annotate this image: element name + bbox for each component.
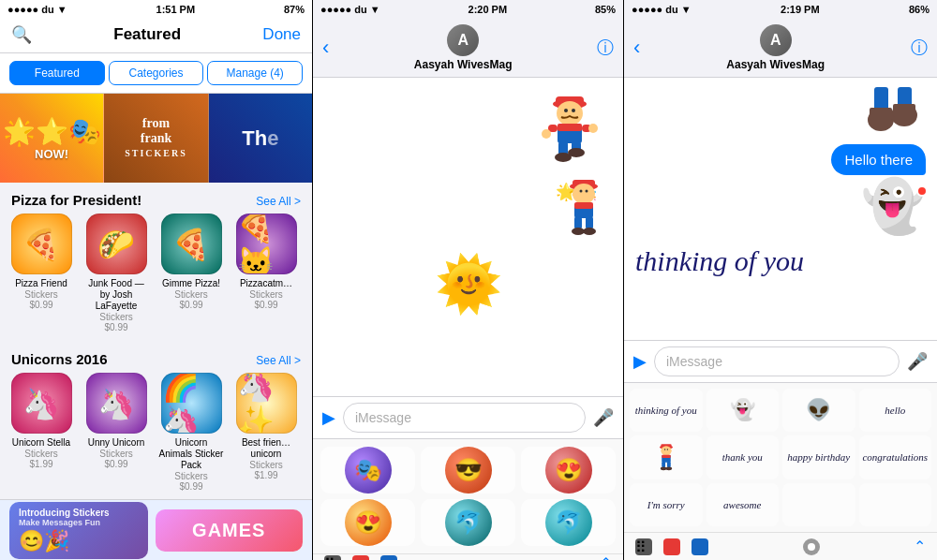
page-title: Featured	[113, 25, 181, 44]
sticker-cell-text-congrats: congratulations	[860, 449, 930, 464]
info-button-3[interactable]: ⓘ	[911, 37, 928, 59]
picker-sticker-3[interactable]: 😍	[521, 447, 616, 494]
picker-sticker-4[interactable]: 😍	[320, 499, 415, 546]
sticker-item[interactable]: 🌮 Junk Food — by Josh LaFayette Stickers…	[82, 214, 150, 332]
done-button[interactable]: Done	[262, 25, 301, 44]
sticker-cell-mario2[interactable]	[630, 435, 703, 479]
sticker-ball-5: 🐬	[445, 499, 492, 546]
picker-app-icon-2[interactable]	[352, 555, 369, 561]
back-button[interactable]: ‹	[322, 37, 329, 58]
sticker-cell-sorry[interactable]: I'm sorry	[630, 483, 703, 526]
back-button-3[interactable]: ‹	[633, 37, 640, 58]
sticker-item-unicorn2[interactable]: 🦄 Unny Unicorn Stickers $0.99	[82, 373, 150, 492]
handwriting-container: thinking of you	[635, 238, 926, 285]
sticker-name-pizza4: Pizzacatm…	[240, 278, 292, 289]
sticker-cell-thankyou[interactable]: thank you	[706, 435, 780, 479]
sticker-type-unicorn3: Stickers	[174, 471, 208, 481]
svg-rect-24	[586, 216, 593, 229]
footer-games[interactable]: GAMES	[156, 509, 304, 552]
sticker-price-pizza2: $0.99	[104, 322, 127, 332]
avatar-3: A	[760, 24, 792, 56]
picker-apps: ⠿	[324, 555, 397, 561]
see-all-pizza[interactable]: See All >	[256, 195, 301, 208]
picker-chevron-icon-3[interactable]: ⌃	[914, 538, 926, 555]
sticker-cell-congrats[interactable]: congratulations	[859, 435, 932, 479]
games-label: GAMES	[192, 520, 265, 541]
sticker-cell-birthday[interactable]: happy birthday	[782, 435, 855, 479]
contact-center-3: A Aasyah WivesMag	[726, 24, 825, 71]
avatar-2: A	[447, 24, 479, 56]
svg-rect-22	[574, 202, 593, 209]
imessage-input-2[interactable]: iMessage	[343, 403, 586, 433]
picker-app-icon-1[interactable]: ⠿	[324, 555, 341, 561]
sticker-icon-pizza3: 🍕	[161, 214, 222, 274]
sticker-icon-pizza1: 🍕	[11, 214, 72, 274]
sticker-ball-4: 😍	[345, 499, 392, 546]
mario-svg-1	[537, 87, 602, 167]
svg-rect-41	[667, 462, 671, 468]
sticker-item-unicorn4[interactable]: 🦄✨ Best frien… unicorn Stickers $1.99	[232, 373, 300, 492]
picker-sticker-1[interactable]: 🎭	[320, 447, 415, 494]
sticker-cell-awesome[interactable]: awesome	[706, 483, 780, 526]
sticker-ball-1: 🎭	[345, 447, 392, 494]
sticker-cell-text-sorry: I'm sorry	[646, 497, 687, 512]
time-1: 1:51 PM	[156, 4, 196, 15]
mic-icon[interactable]: 🎤	[593, 407, 614, 428]
sticker-cell-empty2	[859, 483, 932, 526]
picker-app-icon-3-2[interactable]	[663, 538, 680, 555]
sticker-cell-empty1	[782, 483, 855, 526]
sun-sticker: 🌞	[324, 252, 612, 316]
unicorn-sticker-row: 🦄 Unicorn Stella Stickers $1.99 🦄 Unny U…	[0, 373, 312, 499]
sticker-item[interactable]: 🍕 Pizza Friend Stickers $0.99	[7, 214, 75, 332]
picker-chevron-icon[interactable]: ⌃	[600, 554, 612, 560]
info-button-2[interactable]: ⓘ	[597, 37, 614, 59]
mic-icon-3[interactable]: 🎤	[907, 351, 928, 372]
sticker-picker-2: 🎭 😎 😍 😍 🐬 🐬 ⠿	[313, 438, 623, 560]
segment-featured[interactable]: Featured	[9, 61, 105, 85]
segment-manage[interactable]: Manage (4)	[207, 61, 303, 85]
segment-categories[interactable]: Categories	[109, 61, 204, 85]
sticker-cell-ghost[interactable]: 👻	[706, 389, 780, 432]
sticker-type-unicorn2: Stickers	[99, 449, 133, 459]
sticker-cell-hello[interactable]: hello	[859, 389, 932, 432]
carrier-3: ●●●●● du ▼	[632, 4, 692, 15]
picker-app-icon-3-3[interactable]	[692, 538, 708, 555]
sticker-item[interactable]: 🍕 Gimme Pizza! Stickers $0.99	[157, 214, 225, 332]
sticker-name-unicorn4: Best frien… unicorn	[232, 437, 300, 460]
sticker-ball-3: 😍	[545, 447, 592, 494]
sticker-item[interactable]: 🍕🐱 Pizzacatm… Stickers $0.99	[232, 214, 300, 332]
status-bar-1: ●●●●● du ▼ 1:51 PM 87%	[0, 0, 312, 19]
section-title-pizza: Pizza for President!	[11, 192, 141, 208]
sticker-item-unicorn1[interactable]: 🦄 Unicorn Stella Stickers $1.99	[7, 373, 75, 492]
sticker-type-pizza2: Stickers	[99, 312, 133, 322]
picker-app-icon-3-1[interactable]: ⠿	[635, 538, 652, 555]
search-icon[interactable]: 🔍	[11, 24, 32, 45]
see-all-unicorn[interactable]: See All >	[256, 354, 301, 367]
sun-emoji: 🌞	[435, 252, 502, 316]
mario-figure-1	[537, 87, 602, 176]
imessage-input-3[interactable]: iMessage	[654, 346, 900, 376]
picker-sticker-2[interactable]: 😎	[421, 447, 515, 494]
sticker-item-unicorn3[interactable]: 🌈🦄 Unicorn Animals Sticker Pack Stickers…	[157, 373, 225, 492]
message-area-3: Hello there 👻 thinking of you	[624, 78, 937, 340]
sticker-cell-text-awesome: awesome	[721, 497, 763, 512]
sticker-icon-pizza2: 🌮	[86, 214, 147, 274]
sticker-name-unicorn3: Unicorn Animals Sticker Pack	[157, 437, 225, 471]
sticker-icon-unicorn4: 🦄✨	[236, 373, 297, 434]
carrier-1: ●●●●● du ▼	[7, 4, 67, 15]
expand-icon-3[interactable]: ▶	[633, 351, 647, 372]
right-sticker-grid: thinking of you 👻 👽 hello	[624, 383, 937, 532]
svg-point-36	[664, 449, 665, 450]
picker-sticker-5[interactable]: 🐬	[421, 499, 515, 546]
sticker-cell-text-birthday: happy birthday	[785, 449, 852, 464]
panel-appstore: ●●●●● du ▼ 1:51 PM 87% 🔍 Featured Done F…	[0, 0, 312, 560]
sticker-cell-thinking[interactable]: thinking of you	[630, 389, 703, 432]
picker-app-icon-3[interactable]	[380, 555, 397, 561]
sticker-type-pizza3: Stickers	[174, 289, 208, 300]
sticker-cell-alien[interactable]: 👽	[782, 389, 855, 432]
picker-sticker-6[interactable]: 🐬	[521, 499, 616, 546]
hero-frank-text: fromfrankSTICKERS	[125, 116, 187, 159]
expand-icon[interactable]: ▶	[322, 407, 335, 428]
svg-point-10	[588, 124, 598, 133]
picker-circle-icon[interactable]	[803, 538, 820, 555]
